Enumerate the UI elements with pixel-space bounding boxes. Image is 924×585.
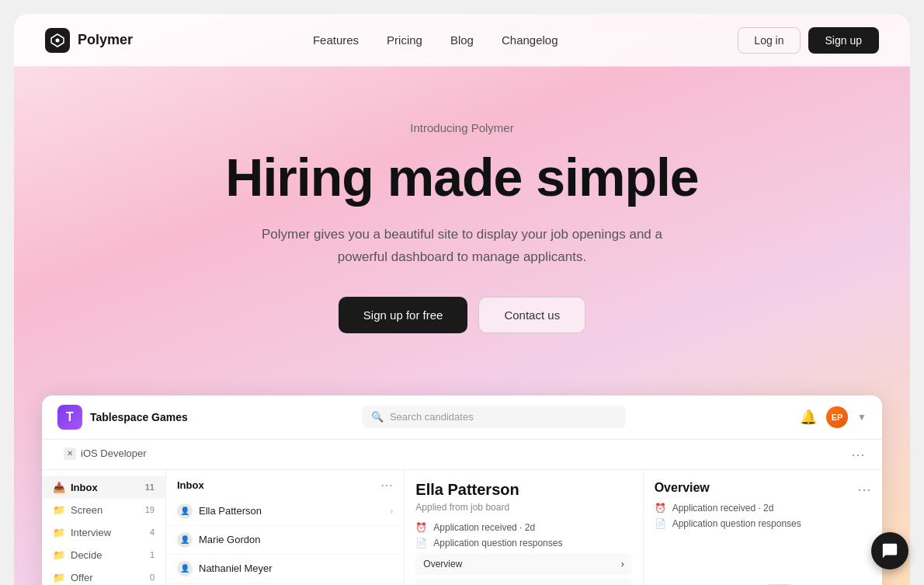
overview-link-arrow: ›	[621, 559, 624, 569]
nav-blog[interactable]: Blog	[450, 33, 474, 47]
screen-badge: 19	[145, 505, 155, 514]
overview-panel: ⋯ Overview ⏰ Application received · 2d 📄…	[644, 470, 882, 585]
sidebar-item-decide-left: 📁 Decide	[53, 549, 102, 561]
overview-link-label: Overview	[423, 559, 462, 569]
sidebar-item-offer[interactable]: 📁 Offer 0	[42, 566, 165, 585]
sidebar-label-offer: Offer	[71, 572, 93, 583]
candidate-detail: Ella Patterson Applied from job board ⏰ …	[405, 470, 643, 585]
doc-text: Application question responses	[433, 538, 562, 548]
navbar-right: Log in Sign up	[738, 27, 879, 54]
sidebar-item-screen-left: 📁 Screen	[53, 504, 102, 516]
main-card: Polymer Features Pricing Blog Changelog …	[14, 14, 910, 585]
candidate-ella-left: 👤 Ella Patterson	[177, 503, 262, 519]
navbar: Polymer Features Pricing Blog Changelog …	[14, 14, 910, 67]
dashboard-content: 📥 Inbox 11 📁 Screen 19	[42, 470, 882, 585]
candidate-marie-name: Marie Gordon	[199, 534, 260, 545]
decide-badge: 1	[150, 550, 155, 559]
candidates-list: Inbox ⋯ 👤 Ella Patterson › 👤 Marie	[166, 470, 405, 585]
screen-icon: 📁	[53, 504, 65, 516]
overview-doc: 📄 Application question responses	[655, 518, 871, 529]
navbar-logo: Polymer	[45, 28, 133, 53]
resume-link[interactable]: Resume	[415, 578, 631, 585]
selected-candidate-name: Ella Patterson	[415, 481, 631, 499]
chevron-down-icon: ▼	[857, 412, 867, 423]
brand-icon: T	[57, 405, 82, 430]
dashboard-topbar: T Tablespace Games 🔍 Search candidates 🔔…	[42, 395, 882, 440]
hero-section: Introducing Polymer Hiring made simple P…	[14, 67, 910, 372]
candidate-row-marie[interactable]: 👤 Marie Gordon	[166, 526, 404, 555]
sidebar-item-interview-left: 📁 Interview	[53, 527, 111, 538]
user-avatar[interactable]: EP	[826, 406, 848, 428]
applied-from: Applied from job board	[415, 502, 631, 513]
hero-introducing: Introducing Polymer	[45, 121, 879, 134]
dashboard-tabbar: ✕ iOS Developer ⋯	[42, 440, 882, 470]
brand-name: Tablespace Games	[90, 411, 188, 423]
interview-badge: 4	[150, 528, 155, 537]
tab-label: iOS Developer	[81, 447, 147, 459]
nav-features[interactable]: Features	[313, 33, 359, 47]
sidebar-label-inbox: Inbox	[71, 482, 98, 493]
received-text: Application received · 2d	[433, 522, 535, 533]
candidates-title: Inbox	[177, 479, 204, 491]
offer-badge: 0	[150, 573, 155, 582]
sidebar-label-interview: Interview	[71, 527, 111, 538]
cta-secondary-button[interactable]: Contact us	[478, 297, 585, 333]
interview-icon: 📁	[53, 527, 65, 538]
sidebar-item-screen[interactable]: 📁 Screen 19	[42, 499, 165, 521]
dashboard-topbar-right: 🔔 EP ▼	[800, 406, 867, 428]
sidebar-item-offer-left: 📁 Offer	[53, 572, 93, 583]
dashboard-sidebar: 📥 Inbox 11 📁 Screen 19	[42, 470, 166, 585]
dashboard-brand: T Tablespace Games	[57, 405, 188, 430]
overview-doc-text: Application question responses	[672, 518, 801, 529]
received-status: ⏰ Application received · 2d	[415, 522, 631, 533]
sidebar-item-inbox-left: 📥 Inbox	[53, 482, 98, 493]
overview-title: Overview	[655, 481, 871, 495]
chat-bubble[interactable]	[871, 532, 908, 569]
sidebar-label-decide: Decide	[71, 549, 102, 561]
tab-ios-developer[interactable]: ✕ iOS Developer	[53, 440, 158, 469]
candidate-nathaniel-name: Nathaniel Meyer	[199, 562, 273, 574]
sidebar-item-decide[interactable]: 📁 Decide 1	[42, 544, 165, 566]
candidate-nathaniel-icon: 👤	[177, 561, 193, 576]
candidate-nathaniel-left: 👤 Nathaniel Meyer	[177, 561, 273, 576]
overview-clock-icon: ⏰	[655, 503, 666, 514]
offer-icon: 📁	[53, 572, 65, 583]
candidate-row-nathaniel[interactable]: 👤 Nathaniel Meyer	[166, 555, 404, 583]
sidebar-item-inbox[interactable]: 📥 Inbox 11	[42, 476, 165, 499]
logo-text: Polymer	[78, 32, 133, 48]
overview-received: ⏰ Application received · 2d	[655, 503, 871, 514]
responses-item: 📄 Application question responses	[415, 538, 631, 548]
doc-icon: 📄	[415, 538, 427, 548]
nav-changelog[interactable]: Changelog	[502, 33, 558, 47]
overview-received-text: Application received · 2d	[672, 503, 774, 514]
cta-primary-button[interactable]: Sign up for free	[339, 297, 468, 333]
candidates-more-icon[interactable]: ⋯	[380, 478, 393, 493]
nav-pricing[interactable]: Pricing	[387, 33, 422, 47]
bell-icon[interactable]: 🔔	[800, 409, 817, 426]
candidate-marie-left: 👤 Marie Gordon	[177, 532, 260, 548]
overview-more-button[interactable]: ⋯	[857, 481, 871, 498]
sidebar-item-interview[interactable]: 📁 Interview 4	[42, 521, 165, 544]
svg-point-1	[56, 38, 60, 42]
sidebar-label-screen: Screen	[71, 504, 102, 516]
dashboard-search[interactable]: 🔍 Search candidates	[362, 406, 626, 428]
tab-more-button[interactable]: ⋯	[845, 443, 871, 466]
search-icon: 🔍	[371, 411, 384, 423]
search-placeholder: Search candidates	[390, 411, 474, 423]
candidates-header: Inbox ⋯	[166, 470, 404, 497]
candidate-row-ella[interactable]: 👤 Ella Patterson ›	[166, 497, 404, 526]
navbar-center: Features Pricing Blog Changelog	[313, 33, 558, 47]
dashboard-preview: T Tablespace Games 🔍 Search candidates 🔔…	[42, 395, 882, 585]
tab-close-button[interactable]: ✕	[64, 447, 76, 460]
search-inner: 🔍 Search candidates	[362, 406, 626, 428]
signup-button[interactable]: Sign up	[808, 27, 879, 54]
overview-doc-icon: 📄	[655, 518, 666, 529]
overview-link[interactable]: Overview ›	[415, 553, 631, 575]
candidate-ella-arrow: ›	[390, 506, 393, 517]
inbox-icon: 📥	[53, 482, 65, 493]
hero-subtitle: Polymer gives you a beautiful site to di…	[260, 224, 664, 269]
decide-icon: 📁	[53, 549, 65, 561]
candidate-ella-name: Ella Patterson	[199, 505, 262, 517]
clock-icon: ⏰	[415, 522, 427, 533]
login-button[interactable]: Log in	[738, 27, 800, 54]
